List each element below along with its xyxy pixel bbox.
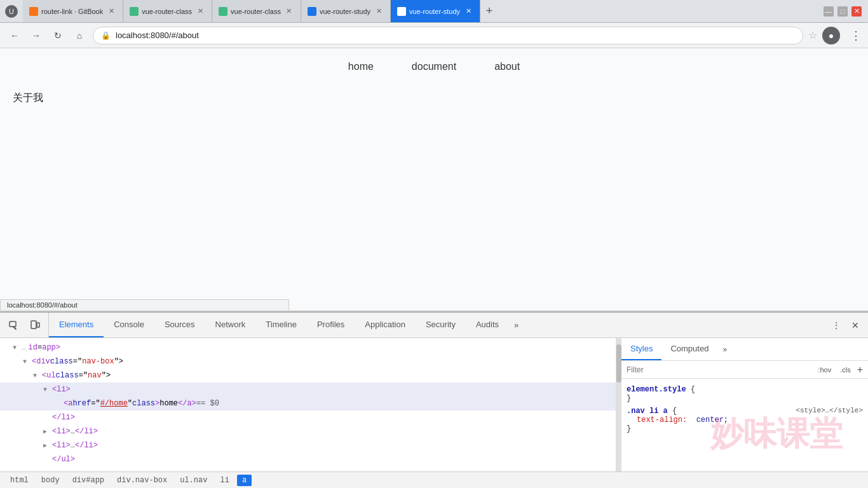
styles-content: element.style { } .nav li a { <style>…</… xyxy=(621,379,868,471)
tab-favicon-4 xyxy=(308,7,316,16)
status-text: localhost:8080/#/about xyxy=(7,301,78,309)
url-bar[interactable]: 🔒 localhost:8080/#/about xyxy=(93,27,803,44)
nav-link-about[interactable]: about xyxy=(494,61,520,72)
hov-button[interactable]: :hov xyxy=(815,365,834,375)
svg-rect-1 xyxy=(31,321,36,329)
bookmark-button[interactable]: ☆ xyxy=(808,29,817,41)
profile-icon: ● xyxy=(829,30,834,41)
address-bar: ← → ↻ ⌂ 🔒 localhost:8080/#/about ☆ ● ⋮ xyxy=(0,23,868,48)
dom-arrow-4[interactable]: ▼ xyxy=(43,386,52,393)
element-style-rule: element.style { } xyxy=(627,385,863,403)
browser-content: home document about 关于我 localhost:8080/#… xyxy=(0,48,868,488)
tab-5[interactable]: vue-router-study ✕ xyxy=(391,0,480,22)
home-button[interactable]: ⌂ xyxy=(71,27,88,44)
dom-line-9[interactable]: </ul> xyxy=(0,452,616,466)
devtools-tab-security[interactable]: Security xyxy=(416,313,466,337)
back-button[interactable]: ← xyxy=(6,27,23,44)
dom-line-6[interactable]: </li> xyxy=(0,410,616,424)
new-tab-button[interactable]: + xyxy=(480,0,498,22)
reload-button[interactable]: ↻ xyxy=(50,27,66,44)
dom-line-8[interactable]: ▶ <li> … </li> xyxy=(0,438,616,452)
tab-title-2: vue-router-class xyxy=(142,8,192,15)
window-controls: — □ ✕ xyxy=(817,0,868,22)
tabs-container: router-link · GitBook ✕ vue-router-class… xyxy=(23,0,817,22)
styles-more-tabs[interactable]: » xyxy=(717,338,732,360)
add-style-button[interactable]: + xyxy=(857,364,863,376)
devtools-tab-sources[interactable]: Sources xyxy=(154,313,205,337)
dom-scrollbar[interactable] xyxy=(616,338,621,471)
bc-div-app[interactable]: div#app xyxy=(67,475,109,486)
lock-icon: 🔒 xyxy=(101,31,111,40)
devtools-tab-application[interactable]: Application xyxy=(355,313,416,337)
tab-close-5[interactable]: ✕ xyxy=(463,6,473,17)
devtools-tab-timeline[interactable]: Timeline xyxy=(255,313,307,337)
dom-line-7[interactable]: ▶ <li> … </li> xyxy=(0,424,616,438)
styles-filter-input[interactable] xyxy=(627,365,811,374)
tab-3[interactable]: vue-router-class ✕ xyxy=(212,0,301,22)
bc-html[interactable]: html xyxy=(5,475,34,486)
nav-li-a-rule: .nav li a { <style>…</style> text-align:… xyxy=(627,407,863,433)
bc-a[interactable]: a xyxy=(237,475,252,486)
bc-div-nav-box[interactable]: div.nav-box xyxy=(112,475,172,486)
devtools-icon-area xyxy=(0,313,49,337)
chrome-menu-button[interactable]: ⋮ xyxy=(850,29,862,43)
tab-title-4: vue-router-study xyxy=(320,8,370,15)
dom-line-5[interactable]: <a href =" #/home " class > home </a> ==… xyxy=(0,396,616,410)
device-toolbar-button[interactable] xyxy=(27,317,43,334)
styles-tab-computed[interactable]: Computed xyxy=(661,338,717,360)
tab-close-3[interactable]: ✕ xyxy=(284,6,294,17)
tab-close-2[interactable]: ✕ xyxy=(195,6,205,17)
svg-rect-2 xyxy=(37,323,39,327)
bc-ul-nav[interactable]: ul.nav xyxy=(175,475,212,486)
devtools-tab-profiles[interactable]: Profiles xyxy=(307,313,355,337)
tab-close-1[interactable]: ✕ xyxy=(106,6,116,17)
tab-close-4[interactable]: ✕ xyxy=(374,6,384,17)
dom-arrow-8[interactable]: ▶ xyxy=(43,442,52,449)
styles-tab-styles[interactable]: Styles xyxy=(621,338,661,360)
dom-scrollbar-thumb[interactable] xyxy=(616,344,621,383)
dom-arrow-7[interactable]: ▶ xyxy=(43,428,52,435)
devtools-panel: Elements Console Sources Network Timelin… xyxy=(0,311,868,488)
user-avatar[interactable]: U xyxy=(5,5,18,18)
url-text: localhost:8080/#/about xyxy=(116,30,795,40)
dom-line-3[interactable]: ▼ <ul class =" nav "> xyxy=(0,369,616,383)
devtools-tab-audits[interactable]: Audits xyxy=(466,313,509,337)
tab-2[interactable]: vue-router-class ✕ xyxy=(123,0,212,22)
devtools-tab-console[interactable]: Console xyxy=(104,313,154,337)
dom-arrow-3[interactable]: ▼ xyxy=(33,372,42,379)
devtools-tab-elements[interactable]: Elements xyxy=(49,313,104,337)
close-button[interactable]: ✕ xyxy=(851,6,862,17)
user-area: U xyxy=(0,0,23,22)
tab-favicon-3 xyxy=(219,7,227,16)
minimize-button[interactable]: — xyxy=(824,6,834,17)
bc-body[interactable]: body xyxy=(36,475,65,486)
tab-4[interactable]: vue-router-study ✕ xyxy=(301,0,391,22)
dom-line-4[interactable]: ▼ <li> xyxy=(0,383,616,396)
devtools-content: ▼ … id = app > ▼ <div class = xyxy=(0,338,868,471)
devtools-close-button[interactable]: ✕ xyxy=(848,318,863,333)
bc-li[interactable]: li xyxy=(215,475,234,486)
devtools-more-tabs-button[interactable]: » xyxy=(509,313,524,337)
forward-button[interactable]: → xyxy=(28,27,44,44)
dom-panel: ▼ … id = app > ▼ <div class = xyxy=(0,338,616,471)
inspect-element-button[interactable] xyxy=(5,317,22,334)
dom-arrow-2[interactable]: ▼ xyxy=(23,358,32,365)
tab-1[interactable]: router-link · GitBook ✕ xyxy=(23,0,123,22)
cls-button[interactable]: .cls xyxy=(837,365,853,375)
dom-line-1[interactable]: ▼ … id = app > xyxy=(0,341,616,355)
page-main-text: 关于我 xyxy=(13,92,43,103)
nav-link-home[interactable]: home xyxy=(348,61,374,72)
devtools-tab-network[interactable]: Network xyxy=(205,313,256,337)
svg-rect-0 xyxy=(10,322,16,327)
tab-title-3: vue-router-class xyxy=(231,8,281,15)
styles-panel: Styles Computed » :hov .cls + xyxy=(621,338,868,471)
restore-button[interactable]: □ xyxy=(837,6,848,17)
nav-link-document[interactable]: document xyxy=(412,61,456,72)
profile-button[interactable]: ● xyxy=(822,27,840,44)
devtools-toolbar: Elements Console Sources Network Timelin… xyxy=(0,313,868,338)
devtools-settings-button[interactable]: ⋮ xyxy=(829,318,844,333)
dom-line-2[interactable]: ▼ <div class =" nav-box "> xyxy=(0,355,616,369)
tab-favicon-2 xyxy=(130,7,139,16)
devtools-tabs: Elements Console Sources Network Timelin… xyxy=(49,313,824,337)
dom-arrow-1[interactable]: ▼ xyxy=(13,344,22,351)
